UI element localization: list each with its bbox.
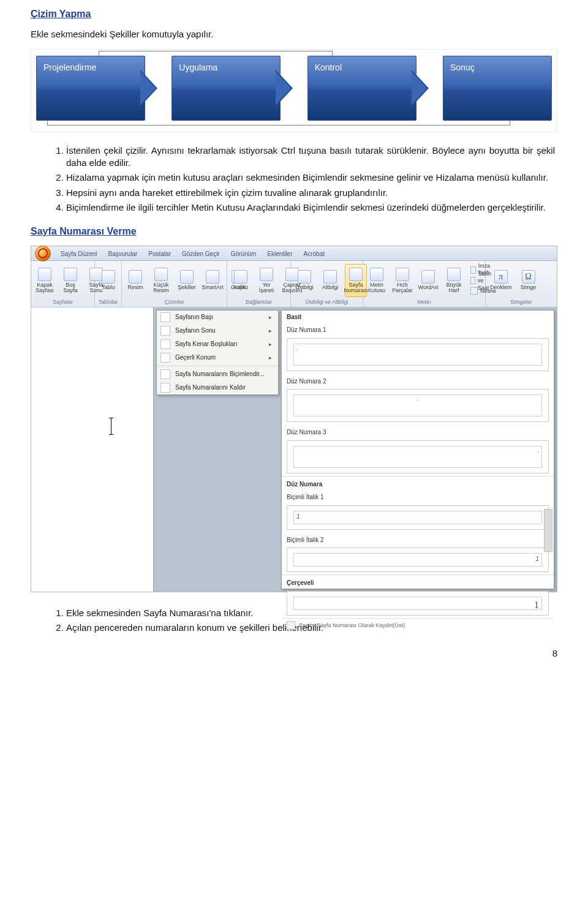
gallery-item-title: Biçimli İtalik 2: [282, 532, 554, 546]
gallery-item[interactable]: ·: [287, 440, 549, 473]
shapes-icon: [180, 270, 194, 284]
gallery-item[interactable]: ·: [287, 389, 549, 422]
current-position-icon: [160, 353, 170, 363]
ribbon-tab[interactable]: Görünüm: [226, 247, 262, 260]
flow-step-3: Kontrol: [307, 56, 417, 121]
group-label: Çizimler: [124, 298, 224, 306]
picture-button[interactable]: Resim: [124, 264, 146, 297]
flow-label-1: Projelendirme: [43, 62, 96, 73]
gallery-item[interactable]: 1: [287, 505, 549, 530]
save-icon: [287, 621, 295, 630]
list-item: Hepsini aynı anda hareket ettirebilmek i…: [66, 187, 557, 199]
gallery-heading-basic: Basit: [282, 311, 554, 323]
ribbon-tab[interactable]: Eklentiler: [262, 247, 297, 260]
menu-item-top-of-page[interactable]: Sayfanın Başı▸: [157, 311, 278, 324]
chevron-right-icon: ▸: [269, 341, 272, 348]
scrollbar[interactable]: [544, 509, 552, 552]
flow-step-1: Projelendirme: [36, 56, 145, 121]
group-illustrations: Resim Küçük Resim Şekiller SmartArt Graf…: [122, 261, 227, 307]
group-pages: Kapak Sayfası Boş Sayfa Sayfa Sonu Sayfa…: [31, 261, 95, 307]
chevron-right-icon: [276, 70, 293, 107]
object-icon: [470, 287, 478, 295]
hyperlink-button[interactable]: Köprü: [230, 264, 252, 297]
menu-item-page-margins[interactable]: Sayfa Kenar Boşlukları▸: [157, 337, 278, 351]
smartart-button[interactable]: SmartArt: [202, 264, 224, 297]
flow-label-4: Sonuç: [450, 62, 475, 73]
ribbon-tab[interactable]: Gözden Geçir: [177, 247, 225, 260]
ribbon-tab[interactable]: Postalar: [143, 247, 176, 260]
dropcap-button[interactable]: Büyük Harf: [443, 264, 465, 297]
footer-icon: [323, 270, 337, 284]
gallery-item[interactable]: ·: [287, 338, 549, 371]
flow-step-4: Sonuç: [443, 56, 552, 121]
group-label: Üstbilgi ve Altbilgi: [293, 298, 360, 306]
ribbon-tab[interactable]: Başvurular: [103, 247, 142, 260]
header-icon: [298, 270, 311, 284]
bookmark-button[interactable]: Yer İşareti: [255, 264, 277, 297]
document-area: Sayfanın Başı▸ Sayfanın Sonu▸ Sayfa Kena…: [31, 307, 557, 592]
list-item: Biçimlendirme ile ilgili tercihler Metin…: [66, 202, 557, 214]
textbox-icon: [370, 268, 383, 281]
page-top-icon: [160, 312, 170, 322]
list-item: Hizalama yapmak için metin kutusu araçla…: [66, 171, 557, 184]
ribbon-tab[interactable]: Sayfa Düzeni: [56, 247, 102, 260]
quickparts-button[interactable]: Hızlı Parçalar: [391, 264, 413, 297]
intro-text: Ekle sekmesindeki Şekiller komutuyla yap…: [31, 28, 557, 40]
page-bottom-icon: [160, 326, 170, 336]
heading-page-numbering: Sayfa Numarası Verme: [31, 225, 557, 238]
gallery-item[interactable]: 1: [287, 591, 549, 616]
gallery-footer-save[interactable]: Seçimi Sayfa Numarası Olarak Kaydet(Üst): [282, 618, 554, 631]
bookmark-icon: [260, 268, 273, 281]
chevron-right-icon: ▸: [269, 327, 272, 334]
office-button-icon[interactable]: [35, 246, 51, 262]
cover-page-button[interactable]: Kapak Sayfası: [34, 264, 56, 297]
menu-item-format-numbers[interactable]: Sayfa Numaralarını Biçimlendir...: [157, 367, 278, 381]
menu-item-remove-numbers[interactable]: Sayfa Numaralarını Kaldır: [157, 381, 278, 394]
flow-label-2: Uygulama: [179, 62, 217, 73]
group-text: Metin Kutusu Hızlı Parçalar WordArt Büyü…: [363, 261, 486, 307]
chevron-right-icon: [412, 70, 429, 107]
symbol-button[interactable]: ΩSimge: [518, 264, 540, 297]
gallery-item-title: Düz Numara 1: [282, 322, 554, 336]
heading-drawing: Çizim Yapma: [31, 7, 557, 21]
page-icon: [64, 268, 77, 281]
group-label: Metin: [366, 298, 483, 306]
shapes-button[interactable]: Şekiller: [176, 264, 198, 297]
gallery-item[interactable]: 1: [287, 548, 549, 572]
drawing-steps-list: İstenilen çekil çizilir. Aynısını tekrar…: [56, 145, 557, 214]
footer-button[interactable]: Altbilgi: [319, 264, 341, 297]
ribbon-groups: Kapak Sayfası Boş Sayfa Sayfa Sonu Sayfa…: [31, 261, 557, 307]
table-button[interactable]: Tablo: [97, 264, 119, 297]
header-button[interactable]: Üstbilgi: [293, 264, 315, 297]
menu-item-bottom-of-page[interactable]: Sayfanın Sonu▸: [157, 324, 278, 337]
text-cursor-icon: [111, 418, 111, 435]
menu-item-current-position[interactable]: Geçerli Konum▸: [157, 351, 278, 364]
signature-icon: [470, 266, 476, 274]
textbox-button[interactable]: Metin Kutusu: [366, 264, 388, 297]
gallery-heading-plain: Düz Numara: [282, 476, 554, 490]
ribbon-tab[interactable]: Acrobat: [299, 247, 330, 260]
link-icon: [234, 270, 247, 284]
gallery-item-title: Biçimli İtalik 1: [282, 489, 554, 503]
flow-diagram: Projelendirme Uygulama Kontrol Sonuç: [31, 49, 557, 132]
omega-icon: Ω: [522, 270, 535, 284]
table-icon: [102, 270, 115, 284]
pi-icon: π: [494, 270, 508, 284]
page-icon: [38, 268, 51, 281]
group-tables: Tablo Tablolar: [95, 261, 122, 307]
wordart-button[interactable]: WordArt: [417, 264, 439, 297]
document-page[interactable]: [31, 307, 154, 592]
group-label: Tablolar: [97, 298, 119, 306]
blank-page-button[interactable]: Boş Sayfa: [59, 264, 81, 297]
group-links: Köprü Yer İşareti Çapraz Başvuru Bağlant…: [227, 261, 291, 307]
remove-icon: [160, 383, 170, 393]
group-label: Simgeler: [488, 298, 554, 306]
page-number-icon: [349, 268, 363, 281]
format-icon: [160, 369, 170, 379]
wordart-icon: [421, 270, 435, 284]
flow-label-3: Kontrol: [315, 62, 342, 73]
equation-button[interactable]: πDenklem: [488, 264, 514, 297]
gallery-item-title: Düz Numara 2: [282, 374, 554, 387]
clipart-button[interactable]: Küçük Resim: [150, 264, 172, 297]
gallery-item-title: Düz Numara 3: [282, 424, 554, 438]
